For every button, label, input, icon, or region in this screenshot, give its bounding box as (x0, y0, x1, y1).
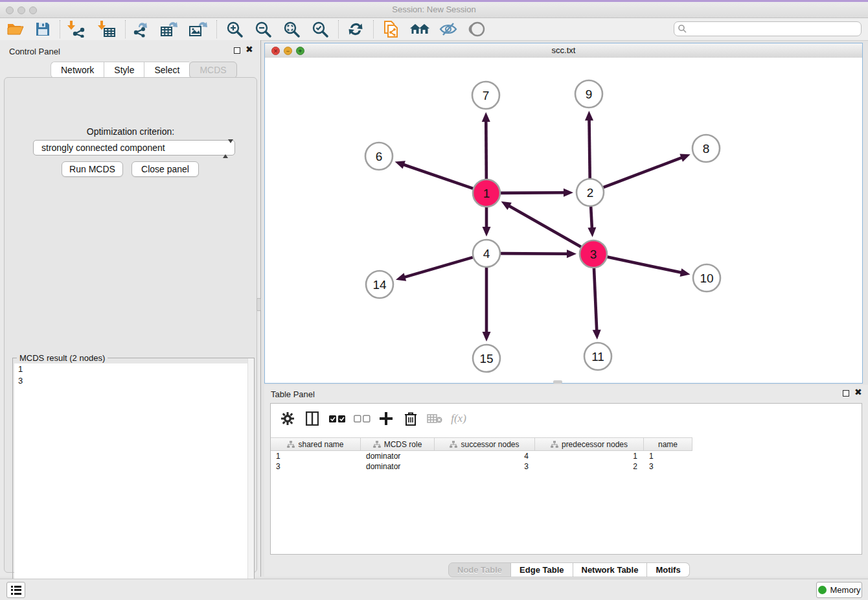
save-session-icon[interactable] (31, 19, 54, 39)
task-history-button[interactable] (6, 582, 25, 598)
float-panel-icon[interactable] (234, 47, 240, 54)
graph-edge-1-6[interactable] (402, 164, 473, 189)
select-all-checkboxes-icon[interactable] (328, 409, 347, 428)
duplicate-network-icon[interactable] (380, 19, 403, 39)
column-header-label: successor nodes (461, 440, 519, 449)
graph-edge-1-7[interactable] (486, 119, 486, 179)
tab-network[interactable]: Network (51, 62, 104, 78)
tab-node-table[interactable]: Node Table (448, 562, 511, 577)
column-header-predecessor-nodes[interactable]: predecessor nodes (535, 438, 644, 450)
deselect-all-checkboxes-icon[interactable] (352, 409, 372, 428)
table-cell[interactable]: 3 (435, 461, 535, 472)
table-row[interactable]: 3dominator323 (271, 461, 692, 472)
first-neighbors-icon[interactable] (408, 19, 431, 39)
zoom-in-icon[interactable] (223, 19, 246, 39)
table-panel-title: Table Panel (271, 389, 315, 399)
table-cell[interactable]: 1 (271, 451, 361, 461)
close-panel-icon[interactable]: ✖ (246, 44, 253, 54)
task-list-icon (11, 586, 21, 595)
network-window-title: scc.txt (265, 45, 862, 55)
memory-label: Memory (830, 585, 861, 595)
graph-edge-2-8[interactable] (604, 157, 684, 187)
table-cell[interactable]: 3 (644, 461, 692, 472)
column-header-name[interactable]: name (644, 438, 692, 450)
function-builder-icon[interactable]: f(x) (449, 409, 468, 428)
table-cell[interactable]: 2 (535, 461, 644, 472)
column-hierarchy-icon (450, 441, 457, 448)
tab-mcds[interactable]: MCDS (189, 62, 236, 78)
criterion-select-value: strongly connected component (41, 143, 165, 153)
network-canvas[interactable]: 1234678910111415 (265, 58, 862, 383)
column-header-label: MCDS role (384, 440, 422, 449)
graph-edge-2-3[interactable] (591, 207, 592, 230)
zoom-selected-icon[interactable] (308, 19, 332, 39)
graph-edge-3-1[interactable] (507, 205, 581, 247)
graph-arrowhead (588, 227, 596, 237)
tab-style[interactable]: Style (104, 62, 144, 78)
vertical-resize-grip[interactable] (257, 298, 261, 311)
tab-network-table[interactable]: Network Table (573, 562, 648, 577)
table-settings-icon[interactable] (278, 409, 297, 428)
table-close-icon[interactable]: ✖ (854, 387, 862, 397)
delete-table-icon[interactable] (425, 409, 444, 428)
graph-edge-3-11[interactable] (594, 268, 597, 332)
column-hierarchy-icon (373, 441, 381, 448)
zoom-fit-icon[interactable] (280, 19, 303, 39)
open-session-icon[interactable] (4, 19, 27, 39)
delete-columns-icon[interactable] (401, 409, 420, 428)
graph-edge-2-9[interactable] (589, 118, 589, 178)
import-network-icon[interactable] (65, 19, 88, 39)
column-header-MCDS-role[interactable]: MCDS role (361, 438, 435, 450)
status-bar: Memory (0, 579, 868, 600)
column-header-label: shared name (298, 440, 343, 449)
graph-node-label: 10 (700, 271, 713, 285)
graph-node-label: 4 (483, 247, 490, 260)
zoom-out-icon[interactable] (251, 19, 275, 39)
graph-arrowhead (680, 268, 691, 277)
column-header-shared-name[interactable]: shared name (271, 438, 361, 450)
tab-select[interactable]: Select (144, 62, 189, 78)
table-cell[interactable]: 1 (535, 451, 644, 461)
graph-arrowhead (680, 154, 690, 161)
graph-edge-4-14[interactable] (403, 257, 473, 278)
show-graphics-details-icon[interactable] (466, 19, 489, 39)
criterion-select[interactable]: strongly connected component (33, 140, 235, 156)
network-window-titlebar[interactable]: ✕ − + scc.txt (265, 43, 862, 58)
column-header-successor-nodes[interactable]: successor nodes (435, 438, 535, 450)
table-cell[interactable]: 1 (644, 451, 692, 461)
export-table-icon[interactable] (158, 19, 181, 39)
close-panel-button[interactable]: Close panel (131, 161, 199, 177)
refresh-icon[interactable] (344, 19, 367, 39)
toggle-panel-columns-icon[interactable] (303, 409, 322, 428)
table-cell[interactable]: 3 (271, 461, 361, 472)
result-scrollbar[interactable] (247, 358, 254, 600)
table-float-icon[interactable] (843, 390, 849, 397)
export-network-icon[interactable] (130, 19, 153, 39)
mcds-result-list[interactable]: 13 (14, 363, 253, 600)
table-row[interactable]: 1dominator411 (271, 451, 692, 461)
add-column-icon[interactable] (376, 409, 396, 428)
memory-button[interactable]: Memory (816, 582, 862, 598)
graph-edge-1-2[interactable] (501, 192, 566, 193)
horizontal-resize-grip[interactable] (553, 380, 562, 384)
main-toolbar (0, 18, 868, 41)
hide-graphics-details-icon[interactable] (437, 19, 460, 39)
select-stepper-icon (223, 143, 229, 154)
application-window: Session: New Session (0, 0, 868, 600)
graph-node-label: 6 (376, 150, 383, 163)
import-table-icon[interactable] (95, 19, 119, 39)
table-cell[interactable]: dominator (361, 461, 435, 472)
graph-edge-3-10[interactable] (608, 257, 683, 273)
export-image-icon[interactable] (187, 19, 210, 39)
network-view-window: ✕ − + scc.txt 1234678910111415 (264, 43, 863, 384)
graph-node-label: 11 (591, 350, 604, 363)
search-input[interactable] (690, 23, 860, 36)
run-mcds-button[interactable]: Run MCDS (62, 161, 123, 177)
table-toolbar: f(x) (271, 404, 862, 432)
table-cell[interactable]: dominator (361, 451, 435, 461)
graph-edge-4-3[interactable] (501, 253, 569, 254)
tab-motifs[interactable]: Motifs (647, 562, 689, 577)
tab-edge-table[interactable]: Edge Table (511, 562, 573, 577)
table-cell[interactable]: 4 (435, 451, 535, 461)
toolbar-separator (338, 20, 339, 38)
